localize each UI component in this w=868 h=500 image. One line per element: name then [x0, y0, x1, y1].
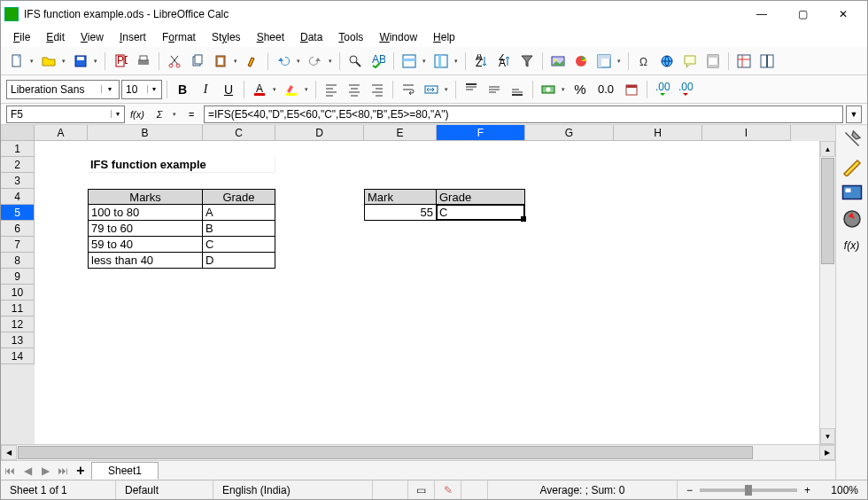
vscroll-thumb[interactable] [821, 158, 834, 264]
percent-button[interactable]: % [570, 79, 591, 100]
zoom-out-icon[interactable]: − [686, 484, 693, 496]
status-summary[interactable]: Average: ; Sum: 0 [488, 480, 678, 499]
valign-middle-button[interactable] [484, 79, 505, 100]
menu-insert[interactable]: Insert [112, 29, 153, 45]
name-box[interactable]: F5 ▾ [6, 105, 125, 123]
row-icon[interactable] [399, 51, 420, 72]
menu-edit[interactable]: Edit [39, 29, 72, 45]
vertical-scrollbar[interactable]: ▲ ▼ [819, 141, 835, 444]
tab-first-button[interactable]: ⏮ [1, 462, 19, 480]
headers-footers-icon[interactable] [702, 51, 724, 72]
merge-cells-button[interactable] [421, 79, 442, 100]
col-header-I[interactable]: I [702, 125, 791, 141]
cell-C5[interactable]: A [203, 205, 275, 221]
close-button[interactable]: ✕ [823, 1, 864, 27]
date-button[interactable] [621, 79, 642, 100]
formula-input[interactable]: =IFS(E5<40,"D",E5<60,"C",E5<80,"B",E5>=8… [204, 105, 843, 123]
status-selection-mode-icon[interactable]: ▭ [408, 480, 435, 499]
format-paintbrush-icon[interactable] [242, 51, 263, 72]
formula-button[interactable]: = [182, 105, 201, 123]
redo-icon[interactable] [305, 51, 326, 72]
row-header-6[interactable]: 6 [1, 221, 35, 237]
hyperlink-icon[interactable] [656, 51, 678, 72]
tab-prev-button[interactable]: ◀ [19, 462, 36, 480]
cut-icon[interactable] [164, 51, 185, 72]
col-header-F[interactable]: F [437, 125, 525, 141]
col-header-C[interactable]: C [203, 125, 275, 141]
font-name-select[interactable]: Liberation Sans ▾ [6, 80, 120, 99]
column-icon[interactable] [430, 51, 452, 72]
remove-decimal-button[interactable]: .00 [675, 79, 696, 100]
open-icon[interactable] [38, 51, 59, 72]
cell-C6[interactable]: B [203, 221, 275, 237]
row-header-4[interactable]: 4 [1, 189, 35, 205]
cell-F4[interactable]: Grade [437, 189, 525, 205]
menu-format[interactable]: Format [155, 29, 203, 45]
zoom-percent[interactable]: 100% [819, 480, 867, 499]
menu-help[interactable]: Help [426, 29, 462, 45]
sort-desc-icon[interactable]: ZA [493, 51, 515, 72]
sort-asc-icon[interactable]: AZ [470, 51, 492, 72]
row-header-1[interactable]: 1 [1, 141, 35, 157]
sidebar-gallery-icon[interactable] [841, 182, 863, 203]
autofilter-icon[interactable] [516, 51, 538, 72]
row-header-10[interactable]: 10 [1, 285, 35, 301]
hscroll-thumb[interactable] [18, 446, 753, 459]
function-wizard-button[interactable]: f(x) [128, 105, 147, 123]
spellcheck-icon[interactable]: ABC [368, 51, 389, 72]
menu-file[interactable]: File [6, 29, 37, 45]
tab-next-button[interactable]: ▶ [36, 462, 54, 480]
col-header-A[interactable]: A [35, 125, 88, 141]
cell-B2[interactable]: IFS function example [88, 157, 275, 173]
split-icon[interactable] [756, 51, 778, 72]
cell-B6[interactable]: 79 to 60 [88, 221, 203, 237]
valign-top-button[interactable] [461, 79, 482, 100]
status-modified-icon[interactable]: ✎ [435, 480, 461, 499]
save-icon[interactable] [70, 51, 91, 72]
sheet-tab-1[interactable]: Sheet1 [91, 462, 159, 480]
cell-B8[interactable]: less than 40 [88, 253, 203, 269]
new-icon[interactable] [6, 51, 27, 72]
status-style[interactable]: Default [116, 480, 213, 499]
italic-button[interactable]: I [195, 79, 216, 100]
font-size-select[interactable]: 10 ▾ [121, 80, 162, 99]
valign-bottom-button[interactable] [507, 79, 528, 100]
number-button[interactable]: 0.0 [593, 79, 619, 100]
cells-grid[interactable]: IFS function example Marks Grade 100 to … [35, 141, 819, 444]
underline-button[interactable]: U [218, 79, 239, 100]
row-header-9[interactable]: 9 [1, 269, 35, 285]
add-sheet-button[interactable]: + [72, 462, 89, 480]
scroll-up-button[interactable]: ▲ [820, 141, 835, 157]
zoom-control[interactable]: − + [678, 480, 819, 499]
sum-button[interactable]: Σ [150, 105, 169, 123]
cell-F5[interactable]: C [437, 205, 525, 221]
find-icon[interactable] [345, 51, 366, 72]
row-header-7[interactable]: 7 [1, 237, 35, 253]
pivot-icon[interactable] [593, 51, 615, 72]
menu-window[interactable]: Window [372, 29, 424, 45]
cell-C7[interactable]: C [203, 237, 275, 253]
row-header-8[interactable]: 8 [1, 253, 35, 269]
zoom-slider[interactable] [700, 488, 797, 492]
currency-button[interactable] [538, 79, 559, 100]
comment-icon[interactable] [679, 51, 701, 72]
scroll-right-button[interactable]: ▶ [819, 445, 835, 460]
align-center-button[interactable] [344, 79, 365, 100]
cell-B7[interactable]: 59 to 40 [88, 237, 203, 253]
col-header-E[interactable]: E [364, 125, 437, 141]
sidebar-functions-icon[interactable]: f(x) [841, 235, 863, 256]
sidebar-properties-icon[interactable] [841, 129, 863, 150]
col-header-B[interactable]: B [88, 125, 203, 141]
status-insert-mode[interactable] [373, 480, 408, 499]
horizontal-scrollbar[interactable]: ◀ ▶ [1, 444, 835, 460]
copy-icon[interactable] [187, 51, 208, 72]
row-header-2[interactable]: 2 [1, 157, 35, 173]
status-signature[interactable] [461, 480, 488, 499]
sidebar-navigator-icon[interactable] [841, 208, 863, 230]
export-pdf-icon[interactable]: PDF [110, 51, 131, 72]
align-left-button[interactable] [321, 79, 342, 100]
scroll-left-button[interactable]: ◀ [1, 445, 17, 460]
menu-view[interactable]: View [74, 29, 111, 45]
status-language[interactable]: English (India) [213, 480, 373, 499]
minimize-button[interactable]: — [741, 1, 782, 27]
